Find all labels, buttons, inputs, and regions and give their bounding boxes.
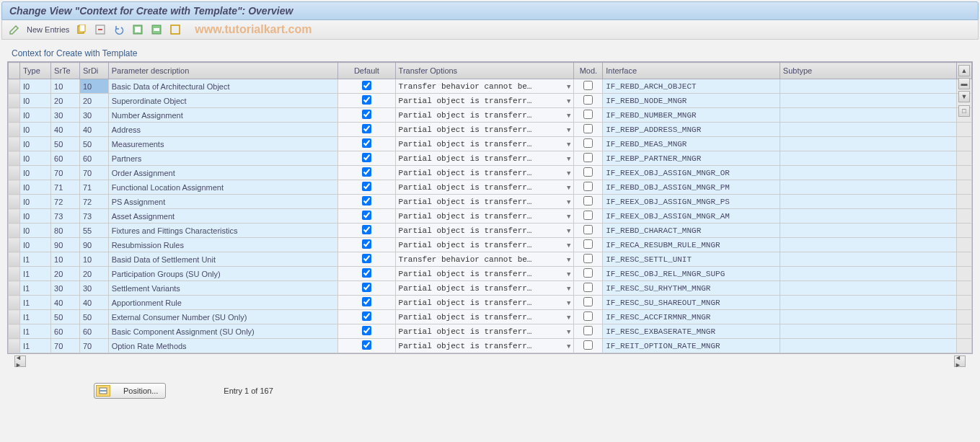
cell-srte[interactable]: 50 (51, 310, 80, 324)
cell-type[interactable]: I0 (19, 79, 50, 94)
chevron-down-icon[interactable]: ▼ (567, 213, 570, 220)
chevron-down-icon[interactable]: ▼ (567, 270, 570, 278)
column-header-srdi[interactable]: SrDi (79, 63, 108, 79)
chevron-down-icon[interactable]: ▼ (567, 155, 570, 162)
column-header-srte[interactable]: SrTe (51, 63, 80, 79)
default-checkbox[interactable] (362, 138, 371, 148)
cell-srdi[interactable]: 40 (79, 296, 108, 310)
row-selector[interactable] (9, 310, 20, 324)
chevron-down-icon[interactable]: ▼ (567, 141, 570, 148)
cell-srte[interactable]: 70 (51, 166, 80, 180)
cell-transfer-options[interactable]: Partial object is transferr…▼ (395, 137, 574, 151)
chevron-down-icon[interactable]: ▼ (567, 184, 570, 191)
cell-param-description[interactable]: Asset Assignment (108, 209, 337, 224)
cell-type[interactable]: I1 (19, 281, 50, 296)
cell-transfer-options[interactable]: Partial object is transferr…▼ (395, 339, 574, 353)
cell-srte[interactable]: 40 (51, 296, 80, 310)
cell-interface[interactable]: IF_REEX_OBJ_ASSIGN_MNGR_PS (603, 195, 780, 209)
mod-checkbox[interactable] (583, 211, 593, 220)
cell-param-description[interactable]: Apportionment Rule (108, 296, 337, 310)
default-checkbox[interactable] (362, 124, 371, 133)
cell-param-description[interactable]: Partners (108, 151, 337, 166)
cell-subtype[interactable] (780, 209, 957, 224)
cell-param-description[interactable]: Address (108, 123, 337, 137)
cell-type[interactable]: I1 (19, 252, 50, 267)
mod-checkbox[interactable] (583, 225, 593, 234)
mod-checkbox[interactable] (583, 138, 593, 148)
default-checkbox[interactable] (362, 211, 371, 220)
cell-transfer-options[interactable]: Partial object is transferr…▼ (395, 324, 574, 339)
chevron-down-icon[interactable]: ▼ (567, 342, 570, 350)
cell-subtype[interactable] (780, 267, 957, 281)
cell-srdi[interactable]: 40 (79, 123, 108, 137)
select-block-icon[interactable] (150, 23, 163, 36)
row-selector[interactable] (9, 195, 20, 209)
cell-interface[interactable]: IF_REEX_OBJ_ASSIGN_MNGR_OR (603, 166, 780, 180)
row-selector[interactable] (9, 267, 20, 281)
cell-interface[interactable]: IF_RESC_EXBASERATE_MNGR (603, 324, 780, 339)
cell-subtype[interactable] (780, 180, 957, 195)
default-checkbox[interactable] (362, 239, 371, 249)
cell-subtype[interactable] (780, 195, 957, 209)
chevron-down-icon[interactable]: ▼ (567, 112, 570, 119)
chevron-down-icon[interactable]: ▼ (567, 169, 570, 177)
row-selector[interactable] (9, 137, 20, 151)
row-selector[interactable] (9, 224, 20, 238)
cell-subtype[interactable] (780, 296, 957, 310)
scroll-marker-button[interactable]: ▬ (958, 78, 970, 89)
mod-checkbox[interactable] (583, 340, 593, 350)
scroll-box-button[interactable]: □ (958, 105, 970, 117)
cell-srte[interactable]: 90 (51, 238, 80, 252)
cell-subtype[interactable] (780, 238, 957, 252)
cell-type[interactable]: I1 (19, 339, 50, 353)
row-selector[interactable] (9, 108, 20, 123)
chevron-down-icon[interactable]: ▼ (567, 126, 570, 133)
cell-srdi[interactable]: 60 (79, 151, 108, 166)
cell-interface[interactable]: IF_RECA_RESUBM_RULE_MNGR (603, 238, 780, 252)
chevron-down-icon[interactable]: ▼ (567, 227, 570, 234)
default-checkbox[interactable] (362, 167, 371, 177)
cell-srdi[interactable]: 50 (79, 137, 108, 151)
cell-param-description[interactable]: PS Assignment (108, 195, 337, 209)
default-checkbox[interactable] (362, 225, 371, 234)
cell-interface[interactable]: IF_REBD_ARCH_OBJECT (603, 79, 780, 94)
cell-subtype[interactable] (780, 252, 957, 267)
cell-srte[interactable]: 80 (51, 224, 80, 238)
row-selector[interactable] (9, 296, 20, 310)
edit-icon[interactable] (8, 23, 21, 36)
default-checkbox[interactable] (362, 196, 371, 205)
cell-srte[interactable]: 71 (51, 180, 80, 195)
cell-param-description[interactable]: Resubmission Rules (108, 238, 337, 252)
row-selector[interactable] (9, 166, 20, 180)
default-checkbox[interactable] (362, 311, 371, 321)
cell-type[interactable]: I0 (19, 94, 50, 108)
cell-param-description[interactable]: Option Rate Methods (108, 339, 337, 353)
mod-checkbox[interactable] (583, 268, 593, 278)
cell-interface[interactable]: IF_REBD_MEAS_MNGR (603, 137, 780, 151)
cell-transfer-options[interactable]: Transfer behavior cannot be…▼ (395, 79, 574, 94)
mod-checkbox[interactable] (583, 110, 593, 119)
cell-transfer-options[interactable]: Partial object is transferr…▼ (395, 209, 574, 224)
column-header-rowsel[interactable] (9, 63, 20, 79)
cell-interface[interactable]: IF_REBD_OBJ_ASSIGN_MNGR_PM (603, 180, 780, 195)
mod-checkbox[interactable] (583, 81, 593, 90)
mod-checkbox[interactable] (583, 326, 593, 335)
chevron-down-icon[interactable]: ▼ (567, 328, 570, 335)
mod-checkbox[interactable] (583, 124, 593, 133)
row-selector[interactable] (9, 79, 20, 94)
chevron-down-icon[interactable]: ▼ (567, 314, 570, 321)
cell-transfer-options[interactable]: Partial object is transferr…▼ (395, 267, 574, 281)
scroll-down-button[interactable]: ▼ (958, 91, 970, 102)
mod-checkbox[interactable] (583, 311, 593, 321)
cell-subtype[interactable] (780, 310, 957, 324)
default-checkbox[interactable] (362, 182, 371, 191)
column-header-subtype[interactable]: Subtype (780, 63, 957, 79)
chevron-down-icon[interactable]: ▼ (567, 242, 570, 249)
cell-transfer-options[interactable]: Transfer behavior cannot be…▼ (395, 252, 574, 267)
cell-srte[interactable]: 73 (51, 209, 80, 224)
cell-param-description[interactable]: Basic Data of Architectural Object (108, 79, 337, 94)
cell-type[interactable]: I0 (19, 180, 50, 195)
chevron-down-icon[interactable]: ▼ (567, 198, 570, 205)
row-selector[interactable] (9, 123, 20, 137)
row-selector[interactable] (9, 180, 20, 195)
